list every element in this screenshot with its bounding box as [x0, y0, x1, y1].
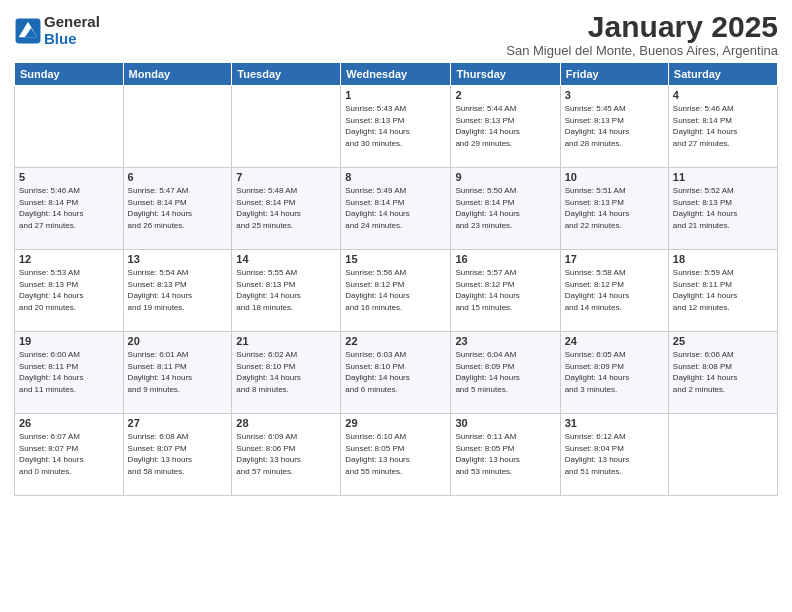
calendar-cell: 6Sunrise: 5:47 AM Sunset: 8:14 PM Daylig… — [123, 168, 232, 250]
day-number: 23 — [455, 335, 555, 347]
day-info: Sunrise: 5:46 AM Sunset: 8:14 PM Dayligh… — [673, 103, 773, 149]
day-number: 7 — [236, 171, 336, 183]
col-friday: Friday — [560, 63, 668, 86]
day-info: Sunrise: 6:04 AM Sunset: 8:09 PM Dayligh… — [455, 349, 555, 395]
calendar-cell: 31Sunrise: 6:12 AM Sunset: 8:04 PM Dayli… — [560, 414, 668, 496]
logo-text: General Blue — [44, 14, 100, 47]
calendar-cell: 25Sunrise: 6:06 AM Sunset: 8:08 PM Dayli… — [668, 332, 777, 414]
logo-blue-label: Blue — [44, 31, 100, 48]
calendar-cell — [15, 86, 124, 168]
calendar-cell — [232, 86, 341, 168]
day-number: 9 — [455, 171, 555, 183]
calendar-cell: 1Sunrise: 5:43 AM Sunset: 8:13 PM Daylig… — [341, 86, 451, 168]
day-number: 2 — [455, 89, 555, 101]
logo-icon — [14, 17, 42, 45]
day-info: Sunrise: 5:45 AM Sunset: 8:13 PM Dayligh… — [565, 103, 664, 149]
calendar-cell: 17Sunrise: 5:58 AM Sunset: 8:12 PM Dayli… — [560, 250, 668, 332]
day-number: 18 — [673, 253, 773, 265]
day-info: Sunrise: 6:01 AM Sunset: 8:11 PM Dayligh… — [128, 349, 228, 395]
day-number: 25 — [673, 335, 773, 347]
col-tuesday: Tuesday — [232, 63, 341, 86]
calendar-cell: 14Sunrise: 5:55 AM Sunset: 8:13 PM Dayli… — [232, 250, 341, 332]
day-info: Sunrise: 6:05 AM Sunset: 8:09 PM Dayligh… — [565, 349, 664, 395]
day-number: 31 — [565, 417, 664, 429]
day-info: Sunrise: 5:43 AM Sunset: 8:13 PM Dayligh… — [345, 103, 446, 149]
day-info: Sunrise: 5:56 AM Sunset: 8:12 PM Dayligh… — [345, 267, 446, 313]
month-title: January 2025 — [506, 10, 778, 43]
day-info: Sunrise: 6:09 AM Sunset: 8:06 PM Dayligh… — [236, 431, 336, 477]
calendar-cell: 19Sunrise: 6:00 AM Sunset: 8:11 PM Dayli… — [15, 332, 124, 414]
day-info: Sunrise: 6:02 AM Sunset: 8:10 PM Dayligh… — [236, 349, 336, 395]
logo-general-label: General — [44, 14, 100, 31]
calendar-table: Sunday Monday Tuesday Wednesday Thursday… — [14, 62, 778, 496]
day-number: 1 — [345, 89, 446, 101]
day-info: Sunrise: 5:46 AM Sunset: 8:14 PM Dayligh… — [19, 185, 119, 231]
calendar-cell: 18Sunrise: 5:59 AM Sunset: 8:11 PM Dayli… — [668, 250, 777, 332]
day-number: 22 — [345, 335, 446, 347]
calendar-cell: 28Sunrise: 6:09 AM Sunset: 8:06 PM Dayli… — [232, 414, 341, 496]
page: General Blue January 2025 San Miguel del… — [0, 0, 792, 612]
col-monday: Monday — [123, 63, 232, 86]
day-number: 5 — [19, 171, 119, 183]
day-info: Sunrise: 5:58 AM Sunset: 8:12 PM Dayligh… — [565, 267, 664, 313]
day-number: 15 — [345, 253, 446, 265]
calendar-cell: 12Sunrise: 5:53 AM Sunset: 8:13 PM Dayli… — [15, 250, 124, 332]
day-info: Sunrise: 5:50 AM Sunset: 8:14 PM Dayligh… — [455, 185, 555, 231]
day-info: Sunrise: 6:07 AM Sunset: 8:07 PM Dayligh… — [19, 431, 119, 477]
day-info: Sunrise: 6:03 AM Sunset: 8:10 PM Dayligh… — [345, 349, 446, 395]
col-saturday: Saturday — [668, 63, 777, 86]
calendar-cell: 9Sunrise: 5:50 AM Sunset: 8:14 PM Daylig… — [451, 168, 560, 250]
day-info: Sunrise: 6:00 AM Sunset: 8:11 PM Dayligh… — [19, 349, 119, 395]
calendar-cell: 26Sunrise: 6:07 AM Sunset: 8:07 PM Dayli… — [15, 414, 124, 496]
calendar-cell: 16Sunrise: 5:57 AM Sunset: 8:12 PM Dayli… — [451, 250, 560, 332]
calendar-cell: 24Sunrise: 6:05 AM Sunset: 8:09 PM Dayli… — [560, 332, 668, 414]
day-number: 11 — [673, 171, 773, 183]
day-info: Sunrise: 5:52 AM Sunset: 8:13 PM Dayligh… — [673, 185, 773, 231]
calendar-week-row: 5Sunrise: 5:46 AM Sunset: 8:14 PM Daylig… — [15, 168, 778, 250]
calendar-cell: 29Sunrise: 6:10 AM Sunset: 8:05 PM Dayli… — [341, 414, 451, 496]
calendar-cell: 23Sunrise: 6:04 AM Sunset: 8:09 PM Dayli… — [451, 332, 560, 414]
day-info: Sunrise: 5:53 AM Sunset: 8:13 PM Dayligh… — [19, 267, 119, 313]
calendar-cell: 20Sunrise: 6:01 AM Sunset: 8:11 PM Dayli… — [123, 332, 232, 414]
day-number: 10 — [565, 171, 664, 183]
calendar-cell — [668, 414, 777, 496]
calendar-cell: 22Sunrise: 6:03 AM Sunset: 8:10 PM Dayli… — [341, 332, 451, 414]
calendar-cell: 4Sunrise: 5:46 AM Sunset: 8:14 PM Daylig… — [668, 86, 777, 168]
day-info: Sunrise: 5:51 AM Sunset: 8:13 PM Dayligh… — [565, 185, 664, 231]
day-number: 27 — [128, 417, 228, 429]
calendar-cell: 21Sunrise: 6:02 AM Sunset: 8:10 PM Dayli… — [232, 332, 341, 414]
day-info: Sunrise: 5:55 AM Sunset: 8:13 PM Dayligh… — [236, 267, 336, 313]
calendar-week-row: 1Sunrise: 5:43 AM Sunset: 8:13 PM Daylig… — [15, 86, 778, 168]
day-number: 26 — [19, 417, 119, 429]
day-info: Sunrise: 5:57 AM Sunset: 8:12 PM Dayligh… — [455, 267, 555, 313]
col-thursday: Thursday — [451, 63, 560, 86]
location-subtitle: San Miguel del Monte, Buenos Aires, Arge… — [506, 43, 778, 58]
calendar-cell: 30Sunrise: 6:11 AM Sunset: 8:05 PM Dayli… — [451, 414, 560, 496]
day-number: 30 — [455, 417, 555, 429]
calendar-week-row: 19Sunrise: 6:00 AM Sunset: 8:11 PM Dayli… — [15, 332, 778, 414]
calendar-header-row: Sunday Monday Tuesday Wednesday Thursday… — [15, 63, 778, 86]
day-number: 21 — [236, 335, 336, 347]
calendar-cell: 7Sunrise: 5:48 AM Sunset: 8:14 PM Daylig… — [232, 168, 341, 250]
day-number: 6 — [128, 171, 228, 183]
day-info: Sunrise: 6:11 AM Sunset: 8:05 PM Dayligh… — [455, 431, 555, 477]
calendar-cell: 27Sunrise: 6:08 AM Sunset: 8:07 PM Dayli… — [123, 414, 232, 496]
day-info: Sunrise: 5:54 AM Sunset: 8:13 PM Dayligh… — [128, 267, 228, 313]
day-number: 20 — [128, 335, 228, 347]
day-info: Sunrise: 6:12 AM Sunset: 8:04 PM Dayligh… — [565, 431, 664, 477]
calendar-cell: 10Sunrise: 5:51 AM Sunset: 8:13 PM Dayli… — [560, 168, 668, 250]
calendar-cell: 13Sunrise: 5:54 AM Sunset: 8:13 PM Dayli… — [123, 250, 232, 332]
day-info: Sunrise: 5:44 AM Sunset: 8:13 PM Dayligh… — [455, 103, 555, 149]
logo: General Blue — [14, 14, 100, 47]
day-number: 17 — [565, 253, 664, 265]
day-number: 12 — [19, 253, 119, 265]
day-info: Sunrise: 6:06 AM Sunset: 8:08 PM Dayligh… — [673, 349, 773, 395]
day-number: 16 — [455, 253, 555, 265]
calendar-week-row: 26Sunrise: 6:07 AM Sunset: 8:07 PM Dayli… — [15, 414, 778, 496]
calendar-cell: 5Sunrise: 5:46 AM Sunset: 8:14 PM Daylig… — [15, 168, 124, 250]
day-number: 14 — [236, 253, 336, 265]
calendar-cell — [123, 86, 232, 168]
col-wednesday: Wednesday — [341, 63, 451, 86]
calendar-cell: 3Sunrise: 5:45 AM Sunset: 8:13 PM Daylig… — [560, 86, 668, 168]
calendar-cell: 11Sunrise: 5:52 AM Sunset: 8:13 PM Dayli… — [668, 168, 777, 250]
